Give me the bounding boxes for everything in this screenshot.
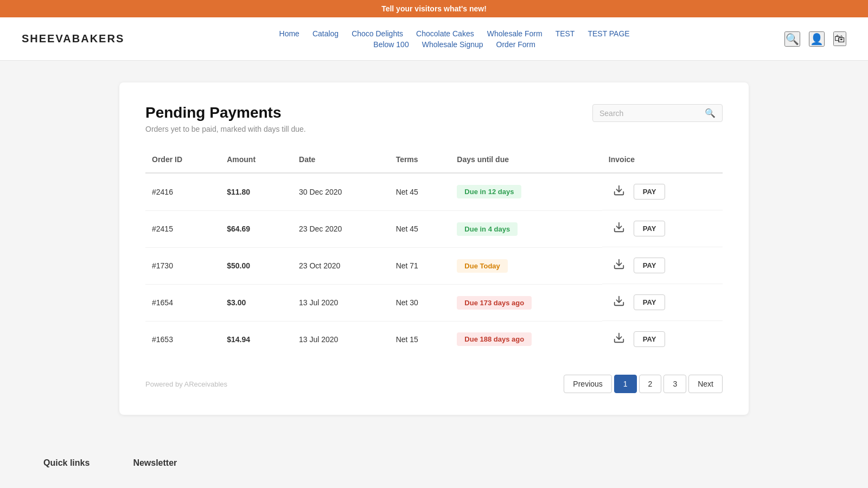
pagination: Previous123Next [564, 375, 723, 393]
order-id-cell: #1654 [145, 284, 220, 321]
pay-button[interactable]: PAY [634, 331, 666, 347]
amount-cell: $3.00 [220, 284, 292, 321]
pay-button[interactable]: PAY [634, 294, 666, 310]
status-cell: Due in 4 days [450, 210, 602, 247]
nav-row-1: HomeCatalogChoco DelightsChocolate Cakes… [279, 29, 630, 38]
search-submit-icon[interactable]: 🔍 [705, 108, 716, 118]
date-cell: 23 Dec 2020 [292, 210, 390, 247]
table-row: #1654$3.0013 Jul 2020Net 30Due 173 days … [145, 284, 723, 321]
status-badge: Due Today [457, 259, 508, 273]
pagination-page-3[interactable]: 3 [663, 375, 686, 393]
date-cell: 13 Jul 2020 [292, 284, 390, 321]
date-cell: 23 Oct 2020 [292, 247, 390, 284]
account-icon[interactable]: 👤 [809, 31, 825, 47]
terms-cell: Net 71 [390, 247, 451, 284]
table-header-row: Order IDAmountDateTermsDays until dueInv… [145, 151, 723, 173]
payments-card: Pending Payments Orders yet to be paid, … [119, 82, 749, 415]
download-invoice-button[interactable] [609, 330, 629, 349]
footer-newsletter: Newsletter [133, 458, 177, 474]
table-body: #2416$11.8030 Dec 2020Net 45Due in 12 da… [145, 173, 723, 357]
col-header-amount: Amount [220, 151, 292, 173]
invoice-cell: PAY [602, 284, 723, 321]
amount-cell: $64.69 [220, 210, 292, 247]
nav-link-wholesale-signup[interactable]: Wholesale Signup [422, 40, 483, 49]
site-footer: Quick links Newsletter [0, 436, 868, 488]
nav-link-home[interactable]: Home [279, 29, 299, 38]
date-cell: 30 Dec 2020 [292, 173, 390, 210]
page-subtitle: Orders yet to be paid, marked with days … [145, 125, 306, 133]
terms-cell: Net 45 [390, 173, 451, 210]
col-header-date: Date [292, 151, 390, 173]
page-content: Pending Payments Orders yet to be paid, … [0, 61, 868, 436]
card-header: Pending Payments Orders yet to be paid, … [145, 104, 723, 133]
download-invoice-button[interactable] [609, 293, 629, 312]
col-header-order-id: Order ID [145, 151, 220, 173]
pay-button[interactable]: PAY [634, 184, 666, 200]
cart-icon[interactable]: 🛍 [833, 31, 846, 46]
nav-link-chocolate-cakes[interactable]: Chocolate Cakes [416, 29, 474, 38]
nav-link-wholesale-form[interactable]: Wholesale Form [487, 29, 542, 38]
status-cell: Due in 12 days [450, 173, 602, 210]
nav-link-test-page[interactable]: TEST PAGE [588, 29, 629, 38]
terms-cell: Net 30 [390, 284, 451, 321]
nav-link-below-100[interactable]: Below 100 [373, 40, 409, 49]
card-footer: Powered by AReceivables Previous123Next [145, 375, 723, 393]
invoice-cell: PAY [602, 210, 723, 247]
table-row: #2415$64.6923 Dec 2020Net 45Due in 4 day… [145, 210, 723, 247]
pagination-page-1[interactable]: 1 [614, 375, 637, 393]
col-header-terms: Terms [390, 151, 451, 173]
footer-newsletter-heading: Newsletter [133, 458, 177, 468]
card-title-group: Pending Payments Orders yet to be paid, … [145, 104, 306, 133]
pay-button[interactable]: PAY [634, 221, 666, 236]
nav-link-catalog[interactable]: Catalog [312, 29, 339, 38]
pay-button[interactable]: PAY [634, 258, 666, 273]
status-cell: Due Today [450, 247, 602, 284]
col-header-invoice: Invoice [602, 151, 723, 173]
table-row: #1653$14.9413 Jul 2020Net 15Due 188 days… [145, 321, 723, 357]
date-cell: 13 Jul 2020 [292, 321, 390, 357]
main-nav: HomeCatalogChoco DelightsChocolate Cakes… [279, 29, 630, 49]
nav-link-choco-delights[interactable]: Choco Delights [352, 29, 403, 38]
order-id-cell: #1653 [145, 321, 220, 357]
invoice-cell: PAY [602, 321, 723, 357]
order-id-cell: #2416 [145, 173, 220, 210]
site-logo[interactable]: SHEEVABAKERS [22, 33, 124, 45]
pagination-next[interactable]: Next [688, 375, 723, 393]
download-invoice-button[interactable] [609, 256, 629, 275]
amount-cell: $14.94 [220, 321, 292, 357]
order-id-cell: #1730 [145, 247, 220, 284]
announcement-text: Tell your visitors what's new! [381, 4, 487, 13]
table-head: Order IDAmountDateTermsDays until dueInv… [145, 151, 723, 173]
payments-table: Order IDAmountDateTermsDays until dueInv… [145, 151, 723, 357]
download-invoice-button[interactable] [609, 182, 629, 201]
site-header: SHEEVABAKERS HomeCatalogChoco DelightsCh… [0, 17, 868, 61]
powered-by: Powered by AReceivables [145, 380, 227, 388]
terms-cell: Net 45 [390, 210, 451, 247]
status-cell: Due 173 days ago [450, 284, 602, 321]
col-header-days-until-due: Days until due [450, 151, 602, 173]
status-cell: Due 188 days ago [450, 321, 602, 357]
nav-link-order-form[interactable]: Order Form [496, 40, 535, 49]
status-badge: Due 188 days ago [457, 332, 532, 346]
terms-cell: Net 15 [390, 321, 451, 357]
table-row: #2416$11.8030 Dec 2020Net 45Due in 12 da… [145, 173, 723, 210]
footer-quick-links: Quick links [43, 458, 90, 474]
header-icons: 🔍 👤 🛍 [784, 31, 846, 47]
invoice-cell: PAY [602, 247, 723, 284]
amount-cell: $11.80 [220, 173, 292, 210]
search-input[interactable] [599, 109, 705, 118]
page-title: Pending Payments [145, 104, 306, 121]
table-row: #1730$50.0023 Oct 2020Net 71Due TodayPAY [145, 247, 723, 284]
order-id-cell: #2415 [145, 210, 220, 247]
search-icon[interactable]: 🔍 [784, 31, 800, 47]
search-box[interactable]: 🔍 [592, 104, 723, 122]
amount-cell: $50.00 [220, 247, 292, 284]
invoice-cell: PAY [602, 174, 723, 210]
pagination-page-2[interactable]: 2 [639, 375, 662, 393]
nav-link-test[interactable]: TEST [556, 29, 575, 38]
pagination-previous[interactable]: Previous [564, 375, 611, 393]
status-badge: Due 173 days ago [457, 296, 532, 310]
status-badge: Due in 4 days [457, 222, 518, 236]
status-badge: Due in 12 days [457, 185, 521, 198]
download-invoice-button[interactable] [609, 219, 629, 238]
